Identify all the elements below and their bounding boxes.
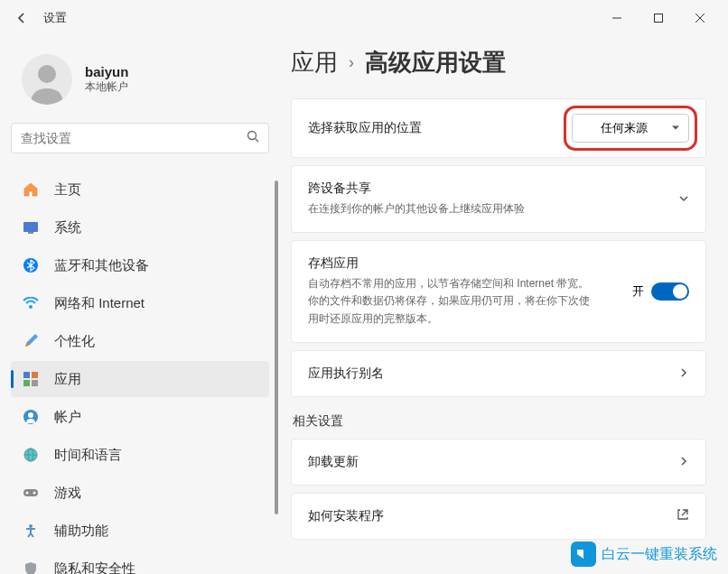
watermark: 白云一键重装系统 (571, 542, 717, 567)
breadcrumb-parent[interactable]: 应用 (291, 47, 338, 79)
sidebar-item-gaming[interactable]: 游戏 (11, 475, 269, 511)
sidebar-item-home[interactable]: 主页 (11, 171, 269, 208)
window-controls (596, 4, 721, 32)
watermark-text: 白云一键重装系统 (602, 545, 717, 564)
svg-point-16 (28, 412, 33, 418)
app-source-dropdown[interactable]: 任何来源 (572, 114, 689, 143)
sidebar-item-label: 蓝牙和其他设备 (54, 257, 149, 274)
system-icon (22, 218, 40, 236)
home-icon (22, 181, 40, 199)
account-icon (22, 408, 40, 426)
sidebar-item-network[interactable]: 网络和 Internet (11, 285, 269, 321)
sidebar-item-label: 主页 (54, 181, 81, 199)
sidebar-item-label: 网络和 Internet (54, 295, 145, 312)
sidebar-item-label: 帐户 (54, 409, 81, 426)
setting-app-alias[interactable]: 应用执行别名 (291, 350, 706, 397)
user-name: baiyun (85, 64, 128, 79)
avatar (22, 54, 72, 105)
toggle-state-label: 开 (632, 283, 644, 300)
breadcrumb: 应用 › 高级应用设置 (291, 47, 706, 79)
sidebar-item-accessibility[interactable]: 辅助功能 (11, 513, 269, 549)
setting-uninstall-updates[interactable]: 卸载更新 (291, 439, 706, 486)
sidebar-item-time-language[interactable]: 时间和语言 (11, 437, 269, 473)
svg-point-21 (26, 492, 29, 495)
svg-point-10 (29, 305, 33, 309)
svg-point-22 (33, 492, 36, 495)
svg-point-5 (248, 132, 257, 140)
setting-app-source: 选择获取应用的位置 任何来源 (291, 98, 706, 158)
setting-title: 存档应用 (308, 255, 632, 272)
search-input[interactable] (21, 131, 247, 145)
minimize-icon (612, 14, 621, 23)
person-icon (22, 54, 72, 105)
bluetooth-icon (22, 256, 40, 274)
setting-title: 卸载更新 (308, 454, 667, 470)
svg-rect-20 (23, 489, 38, 496)
brush-icon (22, 332, 40, 350)
sidebar: baiyun 本地帐户 主页 系统 蓝牙和其他设备 网络和 Internet 个… (0, 36, 280, 574)
apps-icon (22, 370, 40, 388)
setting-title: 如何安装程序 (308, 508, 666, 524)
setting-cross-device-share[interactable]: 跨设备共享 在连接到你的帐户的其他设备上继续应用体验 (291, 165, 706, 233)
sidebar-item-system[interactable]: 系统 (11, 209, 269, 245)
svg-line-6 (256, 139, 259, 143)
sidebar-item-bluetooth[interactable]: 蓝牙和其他设备 (11, 247, 269, 283)
shield-icon (22, 560, 40, 574)
user-subtitle: 本地帐户 (85, 79, 128, 95)
gamepad-icon (22, 484, 40, 502)
maximize-icon (654, 14, 663, 23)
chevron-right-icon (678, 455, 689, 469)
setting-desc: 在连接到你的帐户的其他设备上继续应用体验 (308, 200, 597, 218)
svg-point-23 (29, 524, 33, 528)
sidebar-item-label: 时间和语言 (54, 447, 122, 464)
setting-how-to-install[interactable]: 如何安装程序 (291, 493, 706, 540)
arrow-left-icon (14, 11, 29, 25)
external-link-icon (677, 508, 689, 523)
svg-rect-8 (28, 232, 33, 234)
user-block[interactable]: baiyun 本地帐户 (11, 47, 269, 123)
wifi-icon (22, 294, 40, 312)
svg-rect-11 (23, 372, 30, 378)
sidebar-item-label: 应用 (54, 371, 81, 388)
setting-desc: 自动存档不常用的应用，以节省存储空间和 Internet 带宽。你的文件和数据仍… (308, 275, 597, 328)
sidebar-item-label: 隐私和安全性 (54, 560, 135, 575)
sidebar-item-label: 系统 (54, 219, 81, 236)
sidebar-item-privacy[interactable]: 隐私和安全性 (11, 551, 269, 574)
svg-rect-1 (655, 14, 663, 23)
minimize-button[interactable] (596, 4, 638, 32)
accessibility-icon (22, 522, 40, 540)
page-title: 高级应用设置 (365, 47, 506, 79)
svg-point-4 (38, 65, 56, 83)
sidebar-item-accounts[interactable]: 帐户 (11, 399, 269, 435)
section-heading: 相关设置 (293, 413, 706, 430)
svg-rect-14 (32, 380, 38, 386)
main-content: 应用 › 高级应用设置 选择获取应用的位置 任何来源 跨设备共享 在连接到你的帐… (280, 36, 728, 574)
setting-archive-apps: 存档应用 自动存档不常用的应用，以节省存储空间和 Internet 带宽。你的文… (291, 240, 706, 343)
svg-rect-7 (23, 222, 38, 232)
dropdown-value: 任何来源 (601, 121, 648, 134)
svg-rect-13 (23, 380, 30, 386)
search-icon (247, 130, 259, 146)
close-button[interactable] (679, 4, 721, 32)
sidebar-item-apps[interactable]: 应用 (11, 361, 269, 397)
sidebar-item-label: 辅助功能 (54, 523, 108, 540)
watermark-logo-icon (571, 542, 596, 567)
sidebar-item-label: 游戏 (54, 485, 81, 502)
close-icon (695, 14, 705, 23)
setting-title: 应用执行别名 (308, 366, 667, 382)
window-title: 设置 (43, 10, 67, 26)
setting-title: 跨设备共享 (308, 181, 667, 197)
titlebar: 设置 (0, 0, 728, 36)
svg-rect-12 (32, 372, 38, 378)
maximize-button[interactable] (638, 4, 679, 32)
sidebar-item-label: 个性化 (54, 333, 95, 350)
chevron-down-icon (678, 192, 689, 207)
chevron-right-icon (678, 366, 689, 381)
setting-title: 选择获取应用的位置 (308, 120, 572, 136)
chevron-right-icon: › (349, 53, 354, 72)
globe-icon (22, 446, 40, 464)
back-button[interactable] (7, 4, 36, 32)
archive-toggle[interactable] (651, 282, 689, 301)
search-box[interactable] (11, 123, 269, 153)
sidebar-item-personalization[interactable]: 个性化 (11, 323, 269, 359)
